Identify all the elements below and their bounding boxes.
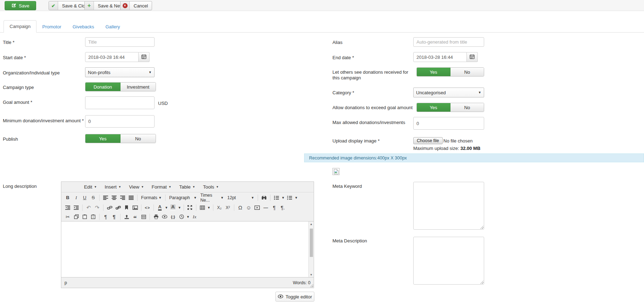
meta-description-textarea[interactable] — [413, 237, 484, 285]
rtl-icon[interactable]: ¶. — [279, 204, 287, 212]
exceed-goal-yes-option[interactable]: Yes — [417, 103, 450, 112]
numbered-list-icon[interactable] — [285, 194, 294, 202]
align-left-icon[interactable] — [101, 194, 110, 202]
element-path[interactable]: p — [65, 280, 67, 285]
chevron-down-icon[interactable]: ▼ — [281, 194, 285, 202]
end-date-input[interactable] — [413, 52, 467, 62]
anchor-icon[interactable] — [122, 204, 131, 212]
chevron-down-icon[interactable]: ▼ — [294, 194, 298, 202]
org-type-select[interactable]: Non-profits ▼ — [85, 67, 155, 77]
textarea-resize-grip[interactable] — [480, 280, 483, 284]
align-justify-icon[interactable] — [127, 194, 135, 202]
italic-icon[interactable]: I — [72, 194, 80, 202]
special-character-icon[interactable]: Ω — [236, 204, 245, 212]
scroll-down-arrow[interactable]: ▼ — [310, 272, 313, 277]
subscript-icon[interactable]: X₂ — [215, 204, 224, 212]
menu-table[interactable]: Table▼ — [176, 183, 198, 191]
ltr-icon[interactable]: ¶ — [270, 204, 279, 212]
formats-dropdown[interactable]: Formats ▼ — [139, 194, 163, 202]
upload-image-icon[interactable] — [122, 213, 131, 221]
show-invisibles-icon[interactable]: ¶ — [101, 213, 110, 221]
outdent-icon[interactable] — [63, 204, 72, 212]
show-blocks-icon[interactable]: ¶ — [110, 213, 118, 221]
insert-image-icon[interactable] — [131, 204, 139, 212]
menu-insert[interactable]: Insert▼ — [101, 183, 124, 191]
category-select[interactable]: Uncategorised ▼ — [413, 88, 484, 97]
chevron-down-icon[interactable]: ▼ — [164, 204, 169, 212]
superscript-icon[interactable]: X² — [224, 204, 232, 212]
blockquote-icon[interactable]: “ — [131, 213, 139, 221]
editor-resize-grip[interactable] — [309, 284, 313, 287]
emoticon-icon[interactable]: ☺ — [245, 204, 253, 212]
print-icon[interactable] — [152, 213, 160, 221]
tab-givebacks[interactable]: Givebacks — [67, 21, 100, 33]
align-right-icon[interactable] — [118, 194, 127, 202]
tab-gallery[interactable]: Gallery — [100, 21, 125, 33]
chevron-down-icon[interactable]: ▼ — [177, 204, 182, 212]
chevron-down-icon[interactable]: ▼ — [186, 213, 190, 221]
insert-table-icon[interactable] — [198, 204, 207, 212]
end-date-calendar-button[interactable] — [467, 52, 478, 62]
horizontal-rule-icon[interactable]: — — [262, 204, 270, 212]
campaign-type-investment-option[interactable]: Investment — [121, 83, 156, 91]
bullet-list-icon[interactable] — [272, 194, 281, 202]
clear-formatting-icon[interactable]: Ix — [190, 213, 199, 221]
insert-link-icon[interactable] — [105, 204, 114, 212]
publish-no-option[interactable]: No — [121, 134, 156, 143]
font-family-dropdown[interactable]: Times Ne...▼ — [198, 194, 225, 202]
editor-text-surface[interactable] — [61, 221, 308, 277]
copy-icon[interactable] — [72, 213, 80, 221]
cut-icon[interactable]: ✂ — [63, 213, 72, 221]
menu-format[interactable]: Format▼ — [149, 183, 175, 191]
cancel-button[interactable]: × Cancel — [120, 1, 152, 10]
max-donations-input[interactable] — [413, 117, 484, 130]
text-color-icon[interactable]: A — [156, 204, 164, 212]
paste-as-text-icon[interactable]: T — [89, 213, 97, 221]
bold-icon[interactable]: B — [63, 194, 72, 202]
undo-icon[interactable]: ↶ — [84, 204, 93, 212]
editor-toolbar-row2: ↶ ↷ <> A ▼ A ▼ ▼ X₂ X² Ω ☺ — — [61, 203, 314, 212]
menu-edit[interactable]: Edit▼ — [81, 183, 100, 191]
publish-yes-option[interactable]: Yes — [85, 134, 121, 143]
goal-amount-input[interactable] — [85, 96, 155, 109]
show-donations-yes-option[interactable]: Yes — [417, 68, 450, 76]
exceed-goal-no-option[interactable]: No — [450, 103, 484, 112]
code-sample-icon[interactable]: {;} — [169, 213, 177, 221]
textarea-resize-grip[interactable] — [480, 225, 483, 229]
redo-icon[interactable]: ↷ — [93, 204, 101, 212]
font-size-dropdown[interactable]: 12pt▼ — [225, 194, 256, 202]
insert-datetime-icon[interactable] — [177, 213, 186, 221]
paste-icon[interactable] — [80, 213, 89, 221]
tab-campaign[interactable]: Campaign — [4, 20, 37, 33]
campaign-type-donation-option[interactable]: Donation — [85, 83, 121, 91]
alias-input[interactable] — [413, 37, 484, 47]
block-format-dropdown[interactable]: Paragraph▼ — [167, 194, 198, 202]
insert-media-icon[interactable] — [253, 204, 262, 212]
show-donations-no-option[interactable]: No — [450, 68, 484, 76]
menu-tools[interactable]: Tools▼ — [200, 183, 222, 191]
search-replace-icon[interactable] — [260, 194, 268, 202]
title-input[interactable] — [85, 37, 155, 47]
min-amount-input[interactable] — [85, 115, 155, 128]
indent-icon[interactable] — [72, 204, 80, 212]
strikethrough-icon[interactable]: S — [89, 194, 97, 202]
start-date-input[interactable] — [85, 52, 139, 62]
chevron-down-icon[interactable]: ▼ — [207, 204, 211, 212]
scrollbar-thumb[interactable] — [310, 229, 313, 257]
tab-promotor[interactable]: Promotor — [37, 21, 67, 33]
choose-file-button[interactable]: Choose file — [413, 137, 443, 144]
align-center-icon[interactable] — [110, 194, 118, 202]
meta-keyword-textarea[interactable] — [413, 182, 484, 230]
template-icon[interactable] — [139, 213, 148, 221]
menu-view[interactable]: View▼ — [126, 183, 147, 191]
background-color-icon[interactable]: A — [169, 204, 177, 212]
remove-link-icon[interactable] — [114, 204, 122, 212]
preview-eye-icon[interactable] — [160, 213, 169, 221]
toggle-editor-button[interactable]: Toggle editor — [275, 292, 314, 302]
fullscreen-icon[interactable] — [186, 204, 194, 212]
underline-icon[interactable]: U — [80, 194, 89, 202]
start-date-calendar-button[interactable] — [139, 52, 150, 62]
source-code-icon[interactable]: <> — [143, 204, 152, 212]
save-button[interactable]: Save — [5, 1, 36, 10]
scroll-up-arrow[interactable]: ▲ — [310, 221, 313, 226]
